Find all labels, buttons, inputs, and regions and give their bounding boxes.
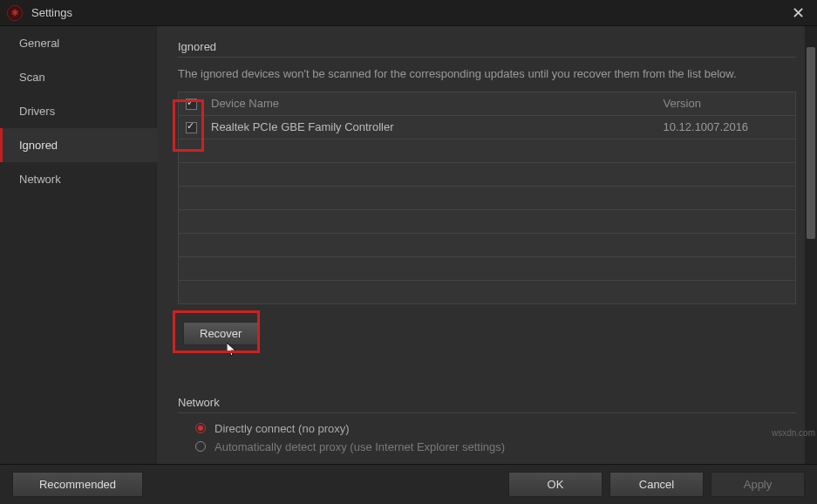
row-device: Realtek PCIe GBE Family Controller (204, 115, 657, 139)
recover-button-wrap: Recover (178, 317, 263, 351)
radio-label: Directly connect (no proxy) (214, 422, 350, 435)
table-row-empty (179, 186, 796, 209)
select-all-cell[interactable] (179, 92, 205, 115)
recover-button-label: Recover (200, 327, 242, 340)
row-check-cell[interactable] (179, 115, 205, 139)
table-row-empty (179, 280, 796, 303)
table-row[interactable]: Realtek PCIe GBE Family Controller 10.12… (179, 115, 796, 139)
radio-auto-detect[interactable]: Automatically detect proxy (use Internet… (195, 440, 796, 453)
app-logo-icon: ✱ (7, 5, 23, 21)
row-version: 10.12.1007.2016 (657, 115, 796, 139)
table-row-empty (179, 256, 796, 280)
recover-button[interactable]: Recover (183, 322, 258, 345)
radio-label: Automatically detect proxy (use Internet… (214, 440, 505, 453)
ignored-table: Device Name Version Realtek PCIe GBE Fam… (178, 92, 796, 304)
sidebar-item-ignored[interactable]: Ignored (0, 128, 157, 162)
recommended-button[interactable]: Recommended (12, 472, 143, 497)
sidebar-item-general[interactable]: General (0, 26, 157, 60)
cancel-button[interactable]: Cancel (609, 472, 704, 497)
sidebar-item-label: Drivers (19, 105, 55, 118)
section-title-ignored: Ignored (178, 40, 796, 53)
radio-direct-connect[interactable]: Directly connect (no proxy) (195, 422, 796, 435)
column-device: Device Name (204, 92, 657, 115)
network-section: Network Directly connect (no proxy) Auto… (178, 396, 796, 453)
table-row-empty (179, 162, 796, 186)
button-label: Cancel (639, 478, 674, 491)
scroll-thumb[interactable] (807, 47, 815, 239)
table-header-row: Device Name Version (179, 92, 796, 115)
radio-icon (195, 423, 206, 433)
scrollbar[interactable] (805, 26, 817, 464)
button-label: Apply (744, 478, 773, 491)
watermark: wsxdn.com (772, 428, 815, 438)
close-icon[interactable]: ✕ (786, 3, 810, 23)
table-row-empty (179, 209, 796, 233)
ignored-description: The ignored devices won't be scanned for… (178, 66, 796, 83)
titlebar: ✱ Settings ✕ (0, 0, 817, 26)
table-row-empty (179, 139, 796, 162)
sidebar-item-scan[interactable]: Scan (0, 60, 157, 94)
footer: Recommended OK Cancel Apply (0, 464, 817, 504)
window-title: Settings (31, 6, 786, 19)
table-row-empty (179, 233, 796, 256)
body: General Scan Drivers Ignored Network Ign… (0, 26, 817, 464)
section-title-network: Network (178, 396, 796, 409)
row-checkbox[interactable] (186, 122, 197, 133)
sidebar-item-label: Ignored (19, 139, 58, 152)
ok-button[interactable]: OK (508, 472, 603, 497)
radio-icon (195, 441, 206, 452)
sidebar-item-label: Network (19, 173, 61, 186)
sidebar-item-label: General (19, 37, 59, 50)
apply-button: Apply (711, 472, 805, 497)
sidebar-item-drivers[interactable]: Drivers (0, 94, 157, 128)
button-label: Recommended (39, 478, 116, 491)
main-panel: Ignored The ignored devices won't be sca… (157, 26, 817, 464)
divider (178, 412, 796, 413)
select-all-checkbox[interactable] (186, 99, 197, 110)
divider (178, 57, 796, 58)
sidebar: General Scan Drivers Ignored Network (0, 26, 157, 464)
sidebar-item-network[interactable]: Network (0, 162, 157, 196)
sidebar-item-label: Scan (19, 71, 45, 84)
button-label: OK (548, 478, 564, 491)
column-version: Version (657, 92, 796, 115)
